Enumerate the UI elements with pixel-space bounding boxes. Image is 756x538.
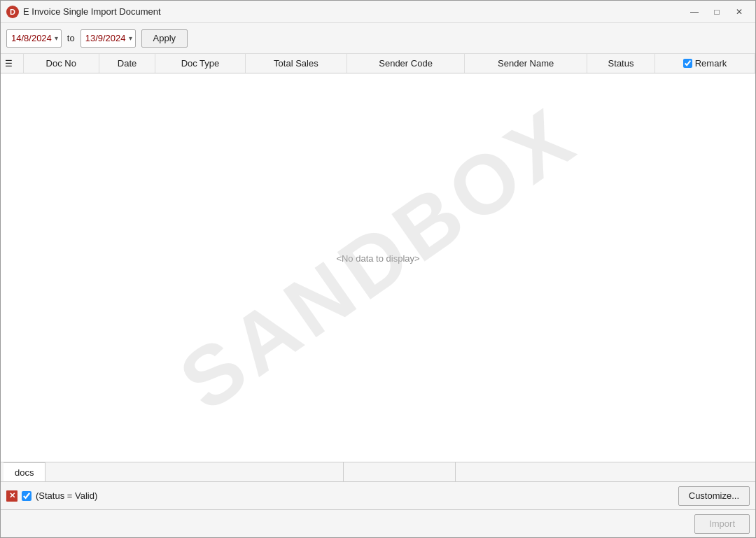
date-to-picker[interactable]: 13/9/2024 ▾ [80, 29, 136, 48]
filter-label: (Status = Valid) [36, 490, 97, 501]
date-from-picker[interactable]: 14/8/2024 ▾ [6, 29, 62, 48]
date-to-value: 13/9/2024 [85, 33, 126, 43]
maximize-button[interactable]: □ [706, 4, 727, 20]
remark-checkbox[interactable] [683, 59, 692, 68]
col-status: Status [587, 54, 655, 73]
customize-button[interactable]: Customize... [678, 486, 750, 506]
col-date: Date [99, 54, 155, 73]
col-remark: Remark [654, 54, 755, 73]
app-icon: D [6, 6, 19, 18]
main-window: D E Invoice Single Import Document — □ ✕… [0, 0, 756, 538]
date-to-chevron-icon: ▾ [129, 34, 132, 42]
docs-tab[interactable]: docs [4, 462, 46, 481]
date-from-chevron-icon: ▾ [55, 34, 58, 42]
tab-empty-2 [344, 462, 456, 481]
close-button[interactable]: ✕ [729, 4, 750, 20]
no-data-message: <No data to display> [336, 253, 419, 263]
col-sender-name: Sender Name [465, 54, 587, 73]
filter-checkbox[interactable] [22, 491, 31, 501]
data-table: ☰ Doc No Date Doc Type Total Sales Sende… [1, 54, 755, 73]
window-title: E Invoice Single Import Document [23, 6, 684, 17]
col-total-sales: Total Sales [245, 54, 346, 73]
filter-remove-button[interactable]: ✕ [6, 490, 18, 502]
col-doc-type: Doc Type [155, 54, 246, 73]
title-bar: D E Invoice Single Import Document — □ ✕ [1, 1, 755, 23]
col-sender-code: Sender Code [346, 54, 464, 73]
tab-empty-1 [46, 462, 343, 481]
date-from-value: 14/8/2024 [11, 33, 52, 43]
columns-menu-icon[interactable]: ☰ [5, 59, 13, 69]
bottom-tabs-bar: docs [1, 462, 755, 481]
window-controls: — □ ✕ [684, 4, 750, 20]
col-doc-no: Doc No [23, 54, 99, 73]
table-container: ☰ Doc No Date Doc Type Total Sales Sende… [1, 54, 755, 462]
apply-button[interactable]: Apply [141, 29, 188, 48]
col-menu[interactable]: ☰ [1, 54, 23, 73]
import-bar: Import [1, 509, 755, 537]
svg-text:D: D [10, 8, 15, 16]
table-header-row: ☰ Doc No Date Doc Type Total Sales Sende… [1, 54, 755, 73]
minimize-button[interactable]: — [684, 4, 705, 20]
footer-right: Customize... [678, 486, 750, 506]
toolbar: 14/8/2024 ▾ to 13/9/2024 ▾ Apply [1, 23, 755, 54]
sandbox-watermark: SANDBOX [162, 87, 594, 429]
filter-info: ✕ (Status = Valid) [6, 490, 97, 502]
import-button[interactable]: Import [694, 514, 750, 534]
to-label: to [67, 33, 75, 43]
footer-bar: ✕ (Status = Valid) Customize... [1, 481, 755, 509]
